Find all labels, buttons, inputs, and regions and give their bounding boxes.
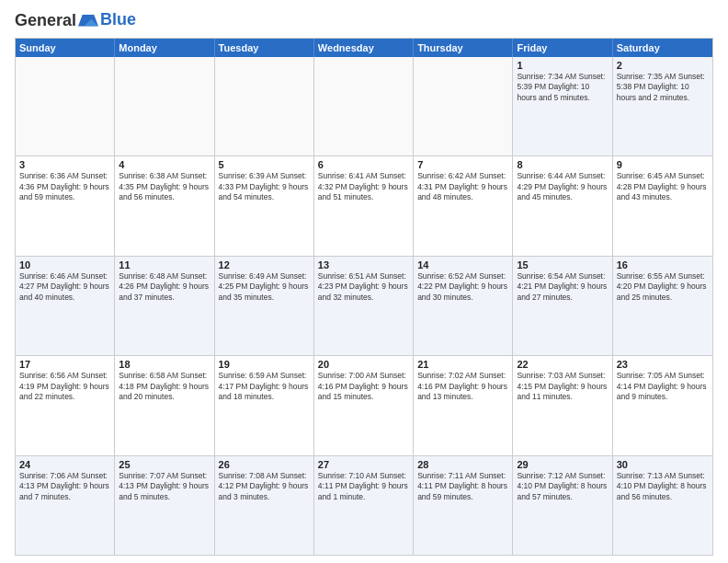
day-info: Sunrise: 7:00 AM Sunset: 4:16 PM Dayligh… bbox=[318, 371, 409, 402]
calendar-header-cell: Wednesday bbox=[314, 39, 414, 57]
calendar-cell bbox=[314, 57, 414, 155]
day-number: 23 bbox=[617, 359, 709, 370]
calendar-cell: 8Sunrise: 6:44 AM Sunset: 4:29 PM Daylig… bbox=[513, 156, 612, 255]
day-number: 21 bbox=[417, 359, 508, 370]
day-number: 12 bbox=[219, 259, 310, 270]
day-info: Sunrise: 6:41 AM Sunset: 4:32 PM Dayligh… bbox=[318, 171, 409, 202]
calendar-header-cell: Sunday bbox=[16, 39, 115, 57]
day-info: Sunrise: 6:39 AM Sunset: 4:33 PM Dayligh… bbox=[219, 171, 310, 202]
calendar-cell: 16Sunrise: 6:55 AM Sunset: 4:20 PM Dayli… bbox=[613, 257, 712, 355]
calendar-header-cell: Thursday bbox=[414, 39, 513, 57]
day-info: Sunrise: 6:45 AM Sunset: 4:28 PM Dayligh… bbox=[617, 171, 709, 202]
calendar-cell bbox=[16, 57, 115, 155]
calendar-cell: 29Sunrise: 7:12 AM Sunset: 4:10 PM Dayli… bbox=[513, 456, 612, 555]
day-number: 16 bbox=[617, 259, 709, 270]
day-info: Sunrise: 6:38 AM Sunset: 4:35 PM Dayligh… bbox=[119, 171, 210, 202]
day-info: Sunrise: 6:52 AM Sunset: 4:22 PM Dayligh… bbox=[417, 271, 508, 303]
day-number: 1 bbox=[517, 60, 608, 71]
calendar-cell: 5Sunrise: 6:39 AM Sunset: 4:33 PM Daylig… bbox=[215, 156, 314, 255]
day-number: 17 bbox=[19, 359, 110, 370]
calendar-cell: 18Sunrise: 6:58 AM Sunset: 4:18 PM Dayli… bbox=[115, 356, 214, 454]
day-number: 8 bbox=[517, 159, 608, 170]
day-number: 5 bbox=[219, 159, 310, 170]
calendar-cell: 17Sunrise: 6:56 AM Sunset: 4:19 PM Dayli… bbox=[16, 356, 115, 454]
day-info: Sunrise: 7:05 AM Sunset: 4:14 PM Dayligh… bbox=[617, 371, 709, 402]
day-info: Sunrise: 7:12 AM Sunset: 4:10 PM Dayligh… bbox=[517, 471, 608, 502]
calendar-body: 1Sunrise: 7:34 AM Sunset: 5:39 PM Daylig… bbox=[16, 57, 712, 555]
day-info: Sunrise: 6:46 AM Sunset: 4:27 PM Dayligh… bbox=[19, 271, 110, 303]
calendar-cell: 2Sunrise: 7:35 AM Sunset: 5:38 PM Daylig… bbox=[613, 57, 712, 155]
calendar-header-cell: Monday bbox=[115, 39, 214, 57]
calendar-header-cell: Saturday bbox=[613, 39, 712, 57]
calendar-cell: 9Sunrise: 6:45 AM Sunset: 4:28 PM Daylig… bbox=[613, 156, 712, 255]
day-number: 18 bbox=[119, 359, 210, 370]
day-info: Sunrise: 7:07 AM Sunset: 4:13 PM Dayligh… bbox=[119, 471, 210, 502]
calendar-cell: 19Sunrise: 6:59 AM Sunset: 4:17 PM Dayli… bbox=[215, 356, 314, 454]
day-info: Sunrise: 6:55 AM Sunset: 4:20 PM Dayligh… bbox=[617, 271, 709, 303]
page: General Blue SundayMondayTuesdayWednesda… bbox=[0, 0, 728, 563]
calendar-cell: 3Sunrise: 6:36 AM Sunset: 4:36 PM Daylig… bbox=[16, 156, 115, 255]
calendar: SundayMondayTuesdayWednesdayThursdayFrid… bbox=[15, 38, 713, 556]
calendar-row: 24Sunrise: 7:06 AM Sunset: 4:13 PM Dayli… bbox=[16, 456, 712, 555]
day-number: 25 bbox=[119, 459, 210, 470]
calendar-cell: 27Sunrise: 7:10 AM Sunset: 4:11 PM Dayli… bbox=[314, 456, 414, 555]
day-number: 9 bbox=[617, 159, 709, 170]
calendar-cell: 25Sunrise: 7:07 AM Sunset: 4:13 PM Dayli… bbox=[115, 456, 214, 555]
calendar-cell: 12Sunrise: 6:49 AM Sunset: 4:25 PM Dayli… bbox=[215, 257, 314, 355]
calendar-cell bbox=[115, 57, 214, 155]
day-number: 3 bbox=[19, 159, 110, 170]
calendar-row: 1Sunrise: 7:34 AM Sunset: 5:39 PM Daylig… bbox=[16, 57, 712, 156]
day-info: Sunrise: 6:56 AM Sunset: 4:19 PM Dayligh… bbox=[19, 371, 110, 402]
calendar-header-cell: Tuesday bbox=[215, 39, 314, 57]
calendar-cell: 14Sunrise: 6:52 AM Sunset: 4:22 PM Dayli… bbox=[414, 257, 513, 355]
day-info: Sunrise: 6:48 AM Sunset: 4:26 PM Dayligh… bbox=[119, 271, 210, 303]
day-info: Sunrise: 7:13 AM Sunset: 4:10 PM Dayligh… bbox=[617, 471, 709, 502]
calendar-cell: 28Sunrise: 7:11 AM Sunset: 4:11 PM Dayli… bbox=[414, 456, 513, 555]
day-number: 10 bbox=[19, 259, 110, 270]
calendar-row: 17Sunrise: 6:56 AM Sunset: 4:19 PM Dayli… bbox=[16, 356, 712, 455]
logo-area: General Blue bbox=[15, 11, 136, 30]
logo-blue: Blue bbox=[100, 10, 136, 29]
day-info: Sunrise: 7:10 AM Sunset: 4:11 PM Dayligh… bbox=[318, 471, 409, 502]
day-number: 14 bbox=[417, 259, 508, 270]
day-number: 2 bbox=[617, 60, 709, 71]
calendar-cell bbox=[414, 57, 513, 155]
day-info: Sunrise: 6:59 AM Sunset: 4:17 PM Dayligh… bbox=[219, 371, 310, 402]
calendar-cell: 20Sunrise: 7:00 AM Sunset: 4:16 PM Dayli… bbox=[314, 356, 414, 454]
calendar-cell bbox=[215, 57, 314, 155]
day-number: 28 bbox=[417, 459, 508, 470]
day-info: Sunrise: 6:42 AM Sunset: 4:31 PM Dayligh… bbox=[417, 171, 508, 202]
calendar-cell: 21Sunrise: 7:02 AM Sunset: 4:16 PM Dayli… bbox=[414, 356, 513, 454]
calendar-cell: 22Sunrise: 7:03 AM Sunset: 4:15 PM Dayli… bbox=[513, 356, 612, 454]
day-number: 20 bbox=[318, 359, 409, 370]
logo: General Blue bbox=[15, 11, 136, 30]
calendar-cell: 13Sunrise: 6:51 AM Sunset: 4:23 PM Dayli… bbox=[314, 257, 414, 355]
calendar-header-cell: Friday bbox=[513, 39, 612, 57]
day-number: 6 bbox=[318, 159, 409, 170]
day-info: Sunrise: 7:08 AM Sunset: 4:12 PM Dayligh… bbox=[219, 471, 310, 502]
calendar-cell: 23Sunrise: 7:05 AM Sunset: 4:14 PM Dayli… bbox=[613, 356, 712, 454]
day-info: Sunrise: 7:34 AM Sunset: 5:39 PM Dayligh… bbox=[517, 72, 608, 103]
day-number: 26 bbox=[219, 459, 310, 470]
calendar-cell: 1Sunrise: 7:34 AM Sunset: 5:39 PM Daylig… bbox=[513, 57, 612, 155]
calendar-cell: 15Sunrise: 6:54 AM Sunset: 4:21 PM Dayli… bbox=[513, 257, 612, 355]
day-info: Sunrise: 7:02 AM Sunset: 4:16 PM Dayligh… bbox=[417, 371, 508, 402]
calendar-cell: 10Sunrise: 6:46 AM Sunset: 4:27 PM Dayli… bbox=[16, 257, 115, 355]
day-info: Sunrise: 6:36 AM Sunset: 4:36 PM Dayligh… bbox=[19, 171, 110, 202]
day-info: Sunrise: 7:06 AM Sunset: 4:13 PM Dayligh… bbox=[19, 471, 110, 502]
day-info: Sunrise: 7:03 AM Sunset: 4:15 PM Dayligh… bbox=[517, 371, 608, 402]
day-number: 29 bbox=[517, 459, 608, 470]
calendar-cell: 24Sunrise: 7:06 AM Sunset: 4:13 PM Dayli… bbox=[16, 456, 115, 555]
calendar-cell: 30Sunrise: 7:13 AM Sunset: 4:10 PM Dayli… bbox=[613, 456, 712, 555]
day-info: Sunrise: 6:54 AM Sunset: 4:21 PM Dayligh… bbox=[517, 271, 608, 303]
day-info: Sunrise: 6:44 AM Sunset: 4:29 PM Dayligh… bbox=[517, 171, 608, 202]
calendar-cell: 7Sunrise: 6:42 AM Sunset: 4:31 PM Daylig… bbox=[414, 156, 513, 255]
day-number: 19 bbox=[219, 359, 310, 370]
day-number: 24 bbox=[19, 459, 110, 470]
day-number: 4 bbox=[119, 159, 210, 170]
logo-general: General bbox=[15, 11, 76, 30]
calendar-row: 3Sunrise: 6:36 AM Sunset: 4:36 PM Daylig… bbox=[16, 156, 712, 256]
day-number: 7 bbox=[417, 159, 508, 170]
calendar-cell: 6Sunrise: 6:41 AM Sunset: 4:32 PM Daylig… bbox=[314, 156, 414, 255]
day-info: Sunrise: 7:11 AM Sunset: 4:11 PM Dayligh… bbox=[417, 471, 508, 502]
